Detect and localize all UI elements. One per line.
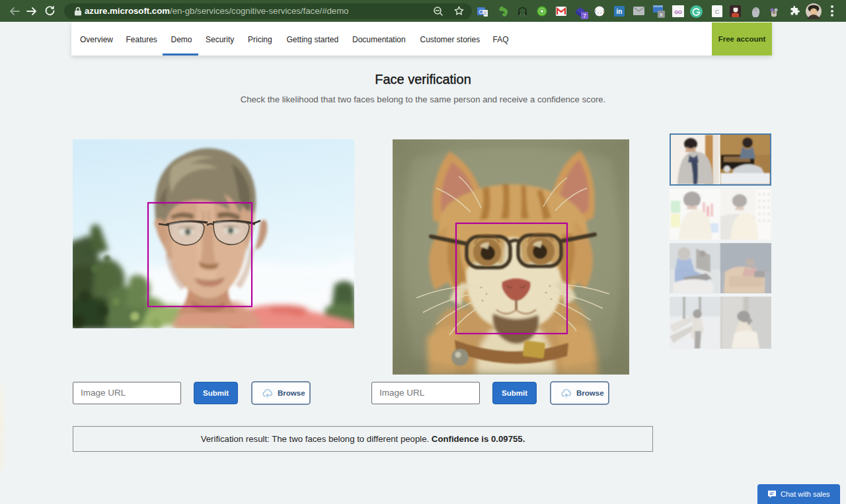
- svg-text:7: 7: [583, 13, 586, 19]
- svg-text:in: in: [617, 8, 623, 15]
- svg-text:G: G: [479, 9, 483, 15]
- svg-text:(..): (..): [594, 9, 605, 15]
- svg-text:X: X: [660, 12, 664, 18]
- svg-text:(: (: [519, 13, 521, 17]
- svg-text:C: C: [715, 9, 720, 15]
- svg-text:GO: GO: [674, 9, 682, 15]
